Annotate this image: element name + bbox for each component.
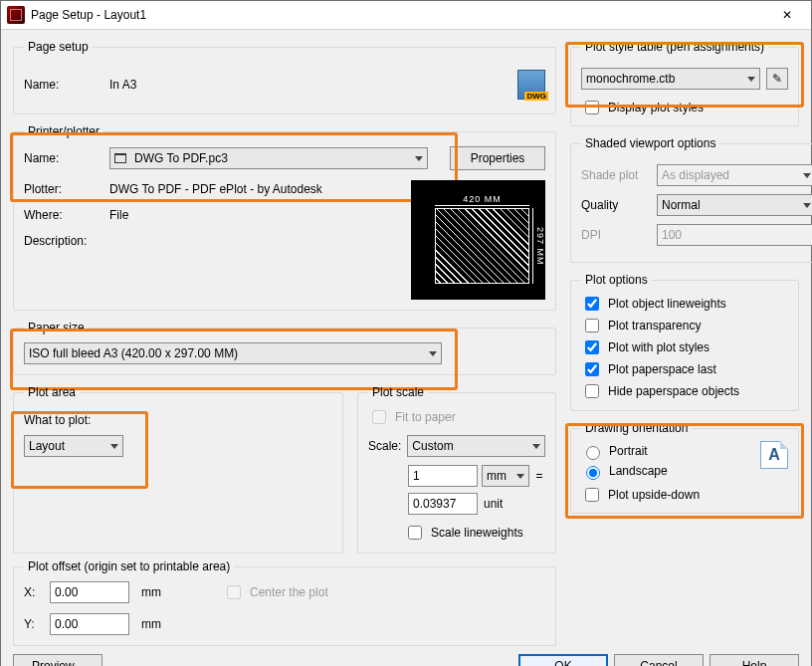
plotter-value: DWG To PDF - PDF ePlot - by Autodesk — [109, 182, 322, 196]
scale-numerator-input[interactable] — [408, 465, 478, 487]
what-to-plot-value: Layout — [29, 439, 104, 453]
where-value: File — [109, 208, 128, 222]
preview-button[interactable]: Preview... — [13, 654, 102, 666]
scale-denominator-input[interactable] — [408, 493, 478, 515]
plot-options-group: Plot options Plot object lineweights Plo… — [570, 273, 799, 411]
fit-to-paper-checkbox: Fit to paper — [368, 407, 545, 427]
edit-plot-style-button[interactable]: ✎ — [766, 68, 788, 90]
page-setup-name-label: Name: — [24, 78, 103, 92]
page-setup-legend: Page setup — [24, 40, 93, 54]
page-setup-dialog: Page Setup - Layout1 ✕ Page setup Name: … — [0, 0, 812, 666]
app-icon — [7, 6, 25, 24]
hide-paperspace-checkbox[interactable]: Hide paperspace objects — [581, 380, 788, 402]
window-title: Page Setup - Layout1 — [31, 8, 765, 22]
chevron-down-icon — [747, 77, 755, 82]
shade-plot-label: Shade plot — [581, 168, 651, 182]
scale-label: Scale: — [368, 439, 401, 453]
offset-x-unit: mm — [135, 585, 171, 599]
help-button[interactable]: Help — [710, 654, 799, 666]
paper-size-value: ISO full bleed A3 (420.00 x 297.00 MM) — [29, 346, 423, 360]
portrait-radio[interactable]: Portrait — [581, 441, 760, 461]
plot-offset-legend: Plot offset (origin set to printable are… — [24, 559, 234, 573]
printer-legend: Printer/plotter — [24, 124, 103, 138]
printer-plotter-group: Printer/plotter Name: DWG To PDF.pc3 Pro… — [13, 124, 556, 311]
offset-y-unit: mm — [135, 617, 171, 631]
dpi-input — [657, 224, 812, 246]
landscape-radio[interactable]: Landscape — [581, 461, 760, 481]
dwg-icon — [517, 70, 545, 100]
plot-transparency-checkbox[interactable]: Plot transparency — [581, 315, 788, 336]
plotter-label: Plotter: — [24, 182, 103, 196]
ok-button[interactable]: OK — [518, 654, 608, 666]
page-setup-name-value: In A3 — [109, 78, 511, 92]
plot-style-select[interactable]: monochrome.ctb — [581, 68, 760, 90]
edit-icon: ✎ — [772, 72, 782, 86]
offset-y-label: Y: — [24, 617, 44, 631]
equals-label: = — [533, 469, 545, 483]
shaded-viewport-group: Shaded viewport options Shade plot As di… — [570, 136, 812, 263]
what-to-plot-label: What to plot: — [24, 407, 332, 435]
preview-width-label: 420 MM — [435, 194, 529, 204]
cancel-button[interactable]: Cancel — [614, 654, 704, 666]
plotter-icon — [114, 153, 126, 163]
scale-lineweights-checkbox[interactable]: Scale lineweights — [368, 523, 545, 543]
chevron-down-icon — [803, 203, 811, 208]
plot-scale-group: Plot scale Fit to paper Scale: Custom — [357, 385, 556, 554]
page-setup-group: Page setup Name: In A3 — [13, 40, 556, 114]
shaded-legend: Shaded viewport options — [581, 136, 719, 150]
quality-select[interactable]: Normal — [657, 194, 812, 216]
plot-style-legend: Plot style table (pen assignments) — [581, 40, 768, 54]
close-icon: ✕ — [782, 8, 792, 22]
chevron-down-icon — [532, 444, 540, 449]
close-button[interactable]: ✕ — [765, 1, 809, 29]
quality-label: Quality — [581, 198, 651, 212]
printer-name-label: Name: — [24, 151, 103, 165]
scale-unit-label: unit — [482, 497, 529, 511]
paper-size-select[interactable]: ISO full bleed A3 (420.00 x 297.00 MM) — [24, 342, 442, 364]
printer-name-select[interactable]: DWG To PDF.pc3 — [109, 147, 428, 169]
plot-area-legend: Plot area — [24, 385, 80, 399]
plot-lineweights-checkbox[interactable]: Plot object lineweights — [581, 293, 788, 315]
plot-area-group: Plot area What to plot: Layout — [13, 385, 343, 554]
offset-y-input[interactable] — [50, 613, 129, 635]
chevron-down-icon — [415, 156, 423, 161]
drawing-orientation-group: Drawing orientation Portrait Landscape A… — [570, 421, 799, 514]
paper-size-group: Paper size ISO full bleed A3 (420.00 x 2… — [13, 321, 556, 375]
shade-plot-select: As displayed — [657, 164, 812, 186]
display-plot-styles-checkbox[interactable]: Display plot styles — [581, 98, 788, 117]
plot-options-legend: Plot options — [581, 273, 652, 287]
offset-x-label: X: — [24, 585, 44, 599]
paper-preview: 420 MM 297 MM — [411, 180, 545, 300]
chevron-down-icon — [516, 474, 524, 479]
scale-unit-select[interactable]: mm — [482, 465, 529, 487]
preview-height-label: 297 MM — [533, 208, 545, 284]
plot-with-styles-checkbox[interactable]: Plot with plot styles — [581, 336, 788, 358]
plot-offset-group: Plot offset (origin set to printable are… — [13, 559, 556, 646]
where-label: Where: — [24, 208, 103, 222]
chevron-down-icon — [110, 444, 118, 449]
dialog-footer: Preview... OK Cancel Help — [13, 646, 799, 666]
paper-size-legend: Paper size — [24, 321, 89, 334]
plot-paperspace-last-checkbox[interactable]: Plot paperspace last — [581, 358, 788, 380]
what-to-plot-select[interactable]: Layout — [24, 435, 123, 457]
plot-upside-down-checkbox[interactable]: Plot upside-down — [581, 485, 788, 505]
offset-x-input[interactable] — [50, 581, 129, 603]
title-bar: Page Setup - Layout1 ✕ — [1, 1, 811, 30]
scale-select[interactable]: Custom — [407, 435, 545, 457]
center-plot-checkbox: Center the plot — [223, 582, 328, 602]
printer-name-value: DWG To PDF.pc3 — [134, 151, 409, 165]
plot-scale-legend: Plot scale — [368, 385, 428, 399]
orientation-legend: Drawing orientation — [581, 421, 692, 435]
chevron-down-icon — [803, 173, 811, 178]
orientation-icon: A — [760, 441, 788, 469]
description-label: Description: — [24, 234, 103, 248]
chevron-down-icon — [429, 351, 437, 356]
dpi-label: DPI — [581, 228, 651, 242]
plot-style-group: Plot style table (pen assignments) monoc… — [570, 40, 799, 126]
properties-button[interactable]: Properties — [450, 146, 545, 170]
